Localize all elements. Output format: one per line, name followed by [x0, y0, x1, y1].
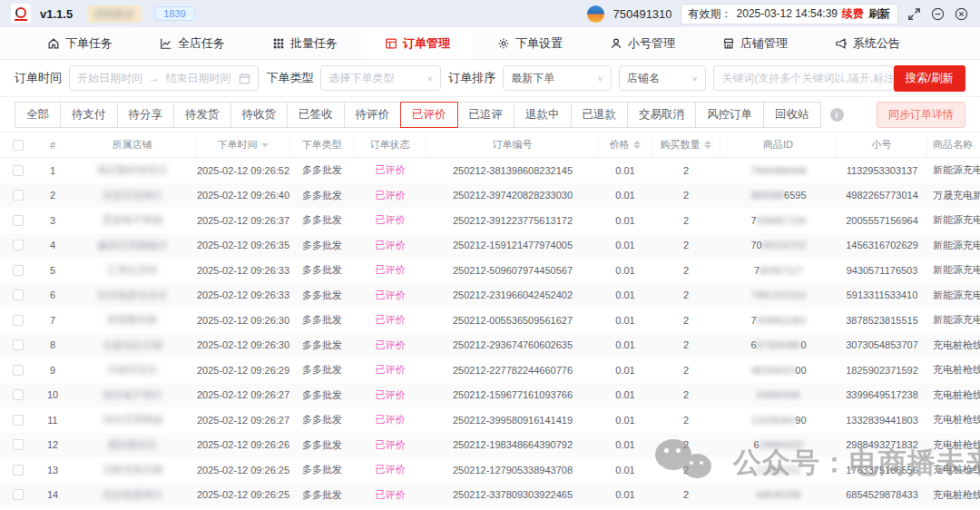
row-checkbox[interactable]	[13, 240, 24, 250]
product-id-blurred: 80957117	[760, 265, 803, 276]
user-avatar[interactable]	[587, 5, 604, 23]
order-time: 2025-02-12 09:26:35	[197, 240, 289, 250]
info-icon[interactable]: i	[830, 108, 844, 122]
column-header: 订单状态	[354, 132, 426, 157]
search-refresh-button[interactable]: 搜索/刷新	[894, 65, 965, 92]
buyer-account: 3878523815515	[846, 315, 918, 326]
buyer-account-cell: 6854529878433	[837, 483, 927, 508]
close-icon[interactable]	[954, 6, 969, 22]
buyer-account-cell: 5913311533410	[837, 283, 927, 309]
order-status: 已评价	[376, 313, 406, 327]
row-checkbox[interactable]	[13, 489, 24, 500]
app-logo	[11, 4, 31, 24]
status-tab[interactable]: 全部	[15, 102, 61, 128]
date-start-placeholder: 开始日期时间	[77, 71, 142, 86]
nav-item-table[interactable]: 订单管理	[361, 27, 474, 59]
order-number-cell: 250212-293674760602635	[426, 333, 599, 358]
buyer-account: 3073054853707	[846, 339, 918, 350]
status-tab[interactable]: 风控订单	[695, 102, 764, 128]
status-tab[interactable]: 已评价	[400, 102, 458, 128]
product-id-blurred: 08316702	[762, 240, 807, 250]
status-tab[interactable]: 待收货	[230, 102, 289, 128]
renew-link[interactable]: 续费	[842, 6, 864, 22]
nav-item-grid[interactable]: 批量任务	[249, 27, 361, 59]
quantity: 2	[683, 315, 689, 326]
row-checkbox[interactable]	[13, 289, 24, 300]
table-row: 4鑫源日用旗舰店2025-02-12 09:26:35多多批发已评价250212…	[0, 233, 980, 259]
status-tab[interactable]: 已签收	[287, 102, 345, 128]
sort-icon[interactable]	[633, 141, 641, 149]
status-tab[interactable]: 交易取消	[627, 102, 696, 128]
product-id-prefix: 70	[750, 240, 761, 250]
refresh-link[interactable]: 刷新	[868, 6, 890, 22]
row-checkbox[interactable]	[13, 339, 24, 350]
sort-icon[interactable]	[704, 141, 711, 149]
status-tab[interactable]: 待支付	[60, 102, 118, 128]
row-checkbox[interactable]	[13, 389, 24, 400]
order-number-cell: 250212-509607974450567	[426, 258, 599, 283]
nav-item-horn[interactable]: 系统公告	[811, 27, 924, 59]
status-tab[interactable]: 已退款	[571, 102, 629, 128]
row-checkbox[interactable]	[13, 215, 24, 226]
status-tab[interactable]: 待评价	[344, 102, 402, 128]
product-id-cell: 6873054850	[720, 333, 837, 358]
shop-field-select[interactable]: 店铺名 ∨	[619, 65, 706, 91]
status-tab[interactable]: 待分享	[117, 102, 175, 128]
product-name-cell: 充电桩枪线	[927, 457, 980, 483]
gear-icon	[497, 37, 510, 50]
price: 0.01	[615, 339, 634, 350]
column-header-label: 商品名称	[933, 138, 973, 152]
sort-select[interactable]: 最新下单 ∨	[503, 65, 612, 91]
nav-item-shop[interactable]: 店铺管理	[699, 27, 811, 59]
fullscreen-icon[interactable]	[906, 6, 922, 22]
sort-value: 最新下单	[511, 71, 554, 86]
status-tab[interactable]: 回收站	[763, 102, 821, 128]
nav-item-label: 订单管理	[403, 35, 450, 52]
product-id-blurred: 7800986998	[750, 165, 806, 176]
select-all-checkbox[interactable]	[13, 140, 24, 151]
row-checkbox[interactable]	[13, 315, 24, 326]
row-checkbox-cell	[0, 208, 36, 233]
status-tab[interactable]: 已追评	[457, 102, 515, 128]
nav-item-home[interactable]: 下单任务	[24, 27, 136, 59]
nav-item-chart[interactable]: 全店任务	[136, 27, 249, 59]
row-checkbox[interactable]	[13, 265, 24, 276]
header-checkbox-cell	[0, 132, 36, 157]
date-range-input[interactable]: 开始日期时间 → 结束日期时间	[69, 65, 259, 91]
price-cell: 0.01	[599, 258, 652, 283]
order-status-cell: 已评价	[354, 183, 426, 209]
status-tab[interactable]: 退款中	[514, 102, 572, 128]
product-name-cell: 新能源充电	[927, 158, 980, 183]
product-name-cell: 新能源充电	[927, 308, 980, 333]
order-type-cell: 多多批发	[290, 433, 354, 458]
sort-icon[interactable]	[261, 143, 269, 147]
minimize-icon[interactable]	[930, 6, 946, 22]
nav-item-gear[interactable]: 下单设置	[474, 27, 586, 59]
row-checkbox-cell	[0, 333, 36, 358]
keyword-input[interactable]: 关键词(支持多个关键词以,隔开,标注模糊的不	[713, 65, 893, 91]
order-type: 多多批发	[302, 438, 342, 452]
chevron-down-icon: ∨	[597, 74, 603, 83]
price-cell: 0.01	[599, 308, 652, 333]
price: 0.01	[615, 439, 634, 450]
row-checkbox[interactable]	[13, 415, 24, 426]
row-checkbox[interactable]	[13, 365, 24, 376]
row-checkbox[interactable]	[13, 165, 24, 176]
price: 0.01	[615, 190, 634, 201]
row-index-cell: 14	[36, 483, 69, 508]
store-name-blurred: 汇美生活馆	[108, 263, 158, 277]
nav-item-user[interactable]: 小号管理	[586, 27, 699, 59]
price: 0.01	[615, 465, 634, 476]
order-type-cell: 多多批发	[290, 308, 354, 333]
sync-order-details-button[interactable]: 同步订单详情	[877, 102, 965, 128]
product-name-cell: 充电桩枪线	[927, 483, 980, 508]
row-checkbox[interactable]	[13, 190, 24, 201]
order-type-select[interactable]: 选择下单类型 ∨	[320, 65, 441, 91]
row-checkbox-cell	[0, 383, 36, 408]
order-status: 已评价	[376, 263, 406, 277]
store-name-blurred: 启航优选店铺	[103, 463, 162, 476]
status-tab[interactable]: 待发货	[173, 102, 231, 128]
row-index: 4	[50, 240, 55, 250]
row-checkbox[interactable]	[13, 439, 24, 450]
row-checkbox[interactable]	[13, 465, 24, 476]
